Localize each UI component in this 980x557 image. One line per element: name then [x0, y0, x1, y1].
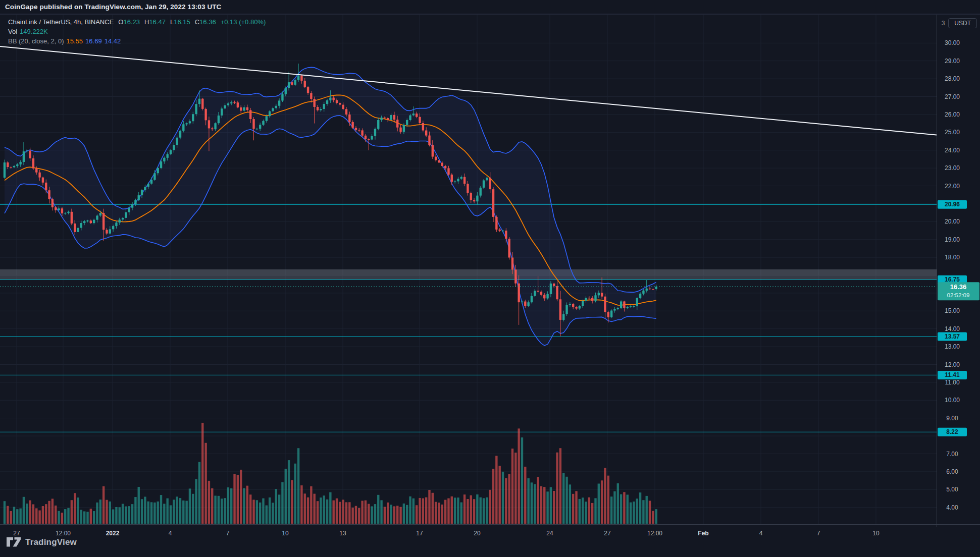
candle-body	[269, 112, 271, 117]
candle-body	[380, 118, 382, 120]
candle-body	[409, 116, 411, 120]
candle-body	[419, 117, 421, 123]
candle-body	[492, 189, 494, 217]
candle-body	[224, 105, 226, 108]
legend-bb-row[interactable]: BB (20, close, 2, 0) 15.55 16.69 14.42	[8, 37, 266, 47]
price-axis-label: 27.00	[945, 93, 960, 100]
volume-bar	[176, 496, 178, 524]
candle-body	[652, 289, 654, 290]
volume-bar	[495, 456, 497, 524]
candle-body	[454, 181, 456, 182]
candle-body	[214, 123, 216, 129]
volume-bar	[642, 500, 644, 524]
price-axis[interactable]: 4.005.006.007.009.0010.0011.0012.0013.00…	[937, 15, 980, 527]
candle-body	[649, 289, 651, 289]
candle-body	[48, 190, 50, 199]
candle-body	[314, 99, 316, 107]
candle-body	[534, 291, 536, 296]
volume-bar	[246, 486, 248, 524]
candle-body	[122, 218, 124, 219]
candle-body	[630, 306, 632, 307]
candle-body	[569, 304, 571, 305]
legend-volume-row[interactable]: Vol 149.222K	[8, 28, 266, 37]
currency-toggle-button[interactable]: USDT	[948, 18, 977, 28]
volume-bar	[224, 498, 226, 524]
volume-bar	[51, 498, 54, 524]
volume-bar	[122, 504, 124, 524]
candle-body	[160, 161, 162, 168]
candle-body	[495, 217, 497, 230]
volume-bar	[198, 462, 200, 524]
tradingview-branding[interactable]: TradingView	[6, 537, 77, 547]
candle-body	[556, 286, 558, 299]
candle-body	[42, 178, 44, 183]
volume-label: Vol	[8, 28, 17, 35]
legend-symbol-row[interactable]: ChainLink / TetherUS, 4h, BINANCE O16.23…	[8, 18, 266, 28]
change-value: +0.13 (+0.80%)	[221, 18, 266, 26]
time-axis-label: 27	[604, 530, 611, 537]
candle-body	[71, 212, 73, 224]
volume-bar	[160, 495, 162, 524]
candle-wick	[330, 90, 331, 103]
volume-bar	[323, 495, 325, 524]
volume-bar	[195, 479, 197, 524]
volume-bar	[93, 511, 95, 524]
volume-bar	[339, 502, 341, 524]
volume-bar	[320, 497, 322, 524]
candle-body	[109, 229, 111, 234]
candle-body	[636, 298, 638, 306]
candle-body	[163, 158, 165, 161]
candle-body	[473, 200, 475, 202]
time-axis-label: Feb	[698, 530, 708, 537]
volume-bar	[633, 502, 635, 524]
volume-bar	[585, 502, 587, 524]
candle-body	[438, 160, 440, 163]
price-axis-label: 14.00	[945, 325, 960, 332]
price-axis-label: 4.00	[946, 504, 958, 511]
volume-bar	[275, 489, 277, 524]
candle-body	[339, 103, 341, 104]
volume-bar	[380, 500, 382, 524]
candle-body	[285, 88, 287, 94]
candle-body	[457, 179, 459, 181]
candle-body	[483, 180, 485, 187]
volume-bar	[249, 494, 251, 524]
high-label: H	[144, 18, 149, 26]
candle-body	[604, 297, 606, 312]
candle-body	[591, 298, 593, 301]
price-axis-label: 7.00	[946, 451, 958, 458]
candle-body	[262, 121, 264, 125]
volume-bar	[10, 511, 12, 524]
volume-bar	[163, 504, 165, 524]
candle-body	[601, 293, 603, 296]
volume-bar	[58, 511, 60, 524]
close-value: 16.36	[199, 18, 216, 26]
candle-body	[182, 124, 184, 131]
volume-bar	[288, 460, 290, 524]
volume-bar	[23, 497, 25, 524]
volume-bar	[393, 506, 395, 524]
volume-bar	[639, 492, 641, 524]
price-axis-label: 28.00	[945, 75, 960, 82]
tradingview-published-chart: 4.005.006.007.009.0010.0011.0012.0013.00…	[0, 0, 980, 557]
volume-bar	[489, 490, 491, 524]
candle-body	[237, 102, 239, 107]
candle-body	[406, 120, 408, 125]
volume-bar	[214, 495, 216, 524]
candle-body	[390, 115, 392, 120]
candle-body	[300, 76, 302, 81]
volume-bar	[300, 485, 302, 524]
volume-bar	[35, 508, 37, 524]
volume-bar	[572, 494, 574, 524]
candle-body	[259, 125, 261, 129]
candle-body	[93, 220, 95, 224]
volume-bar	[505, 478, 507, 524]
volume-bar	[147, 502, 149, 524]
candle-body	[23, 151, 25, 162]
chart-canvas[interactable]: 4.005.006.007.009.0010.0011.0012.0013.00…	[0, 0, 980, 557]
volume-bar	[438, 503, 440, 524]
volume-bar	[425, 497, 427, 524]
candle-body	[35, 169, 37, 173]
candle-body	[585, 298, 587, 301]
candle-body	[246, 107, 248, 110]
